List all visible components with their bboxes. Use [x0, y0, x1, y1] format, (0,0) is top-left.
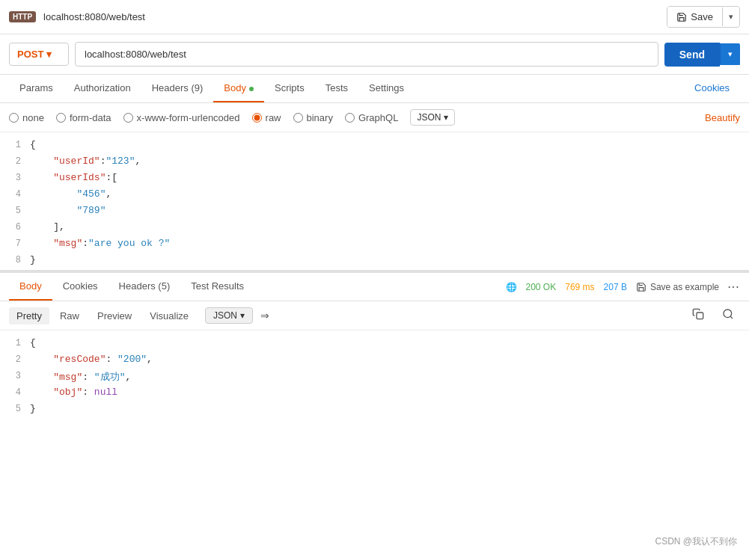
req-line-4: 4 "456",	[0, 188, 749, 204]
send-btn-group: Send ▾	[664, 43, 740, 67]
save-example-label: Save as example	[650, 282, 719, 292]
format-tab-preview[interactable]: Preview	[90, 307, 139, 324]
copy-button[interactable]	[686, 306, 710, 325]
search-button[interactable]	[716, 306, 740, 325]
req-line-8: 8 }	[0, 253, 749, 270]
globe-icon: 🌐	[506, 282, 517, 292]
tab-tests[interactable]: Tests	[315, 75, 358, 102]
method-chevron: ▾	[46, 49, 52, 60]
resp-json-label: JSON	[213, 310, 237, 321]
req-line-5: 5 "789"	[0, 204, 749, 221]
format-tab-pretty[interactable]: Pretty	[9, 307, 49, 324]
resp-line-5: 5 }	[0, 402, 749, 419]
request-section: POST ▾ Send ▾ Params Authorization Heade…	[0, 34, 749, 271]
option-urlencoded[interactable]: x-www-form-urlencoded	[123, 112, 240, 123]
tab-body[interactable]: Body	[213, 75, 264, 102]
resp-line-1: 1 {	[0, 336, 749, 353]
resp-tab-test-results[interactable]: Test Results	[180, 273, 254, 301]
svg-rect-0	[697, 313, 703, 319]
response-time: 769 ms	[565, 282, 594, 292]
filter-icon[interactable]: ⇒	[260, 310, 269, 321]
status-code: 200 OK	[526, 282, 557, 292]
option-form-data[interactable]: form-data	[56, 112, 111, 123]
format-tab-visualize[interactable]: Visualize	[142, 307, 196, 324]
response-meta: 🌐 200 OK 769 ms 207 B Save as example ··…	[506, 282, 741, 292]
req-line-2: 2 "userId":"123",	[0, 155, 749, 171]
req-line-3: 3 "userIds":[	[0, 171, 749, 188]
resp-line-2: 2 "resCode": "200",	[0, 353, 749, 369]
request-tabs: Params Authorization Headers (9) Body Sc…	[0, 75, 749, 103]
save-label: Save	[691, 11, 713, 22]
json-chevron: ▾	[444, 112, 448, 123]
watermark: CSDN @我认不到你	[655, 535, 737, 548]
url-input[interactable]	[75, 42, 658, 67]
json-format-select[interactable]: JSON ▾	[410, 109, 455, 126]
url-bar: POST ▾ Send ▾	[0, 34, 749, 75]
tab-cookies[interactable]: Cookies	[684, 75, 740, 102]
beautify-button[interactable]: Beautify	[705, 112, 740, 123]
save-btn-group: Save ▾	[667, 6, 740, 28]
search-icon-svg	[722, 308, 734, 320]
method-label: POST	[17, 49, 43, 60]
option-raw[interactable]: raw	[252, 112, 281, 123]
option-binary[interactable]: binary	[293, 112, 333, 123]
request-code-editor[interactable]: 1 { 2 "userId":"123", 3 "userIds":[ 4 "4…	[0, 132, 749, 271]
send-button[interactable]: Send	[664, 43, 720, 67]
body-dot	[249, 87, 254, 91]
svg-point-1	[724, 310, 732, 318]
tab-authorization[interactable]: Authorization	[64, 75, 141, 102]
response-size: 207 B	[604, 282, 627, 292]
save-example-icon	[636, 282, 646, 292]
req-line-1: 1 {	[0, 138, 749, 155]
send-dropdown-button[interactable]: ▾	[720, 43, 740, 65]
save-dropdown-chevron[interactable]: ▾	[722, 7, 739, 26]
response-format-tabs: Pretty Raw Preview Visualize JSON ▾ ⇒	[0, 301, 749, 330]
resp-line-3: 3 "msg": "成功",	[0, 369, 749, 386]
resp-tab-cookies[interactable]: Cookies	[52, 273, 108, 301]
svg-line-2	[730, 316, 733, 319]
tab-headers[interactable]: Headers (9)	[141, 75, 214, 102]
tab-scripts[interactable]: Scripts	[264, 75, 315, 102]
resp-json-chevron: ▾	[240, 310, 245, 321]
top-url-display: localhost:8080/web/test	[43, 11, 659, 22]
http-badge: HTTP	[9, 11, 36, 22]
save-example-button[interactable]: Save as example	[636, 282, 719, 292]
option-none[interactable]: none	[9, 112, 44, 123]
response-tabs: Body Cookies Headers (5) Test Results 🌐 …	[0, 273, 749, 301]
resp-tab-body[interactable]: Body	[9, 273, 52, 301]
body-options: none form-data x-www-form-urlencoded raw…	[0, 103, 749, 132]
format-tab-raw[interactable]: Raw	[52, 307, 87, 324]
resp-tab-headers[interactable]: Headers (5)	[108, 273, 181, 301]
more-options-button[interactable]: ···	[728, 282, 740, 292]
save-button[interactable]: Save	[667, 7, 722, 27]
method-select[interactable]: POST ▾	[9, 43, 69, 66]
tab-settings[interactable]: Settings	[358, 75, 415, 102]
resp-line-4: 4 "obj": null	[0, 386, 749, 402]
req-line-7: 7 "msg":"are you ok ?"	[0, 237, 749, 253]
req-line-6: 6 ],	[0, 221, 749, 237]
response-code-area[interactable]: 1 { 2 "resCode": "200", 3 "msg": "成功", 4…	[0, 330, 749, 450]
json-format-label: JSON	[417, 112, 441, 123]
option-graphql[interactable]: GraphQL	[345, 112, 398, 123]
copy-icon-svg	[692, 308, 704, 320]
save-icon	[676, 12, 687, 22]
response-section: Body Cookies Headers (5) Test Results 🌐 …	[0, 271, 749, 450]
tab-params[interactable]: Params	[9, 75, 64, 102]
response-json-select[interactable]: JSON ▾	[205, 307, 253, 324]
top-bar: HTTP localhost:8080/web/test Save ▾	[0, 0, 749, 34]
